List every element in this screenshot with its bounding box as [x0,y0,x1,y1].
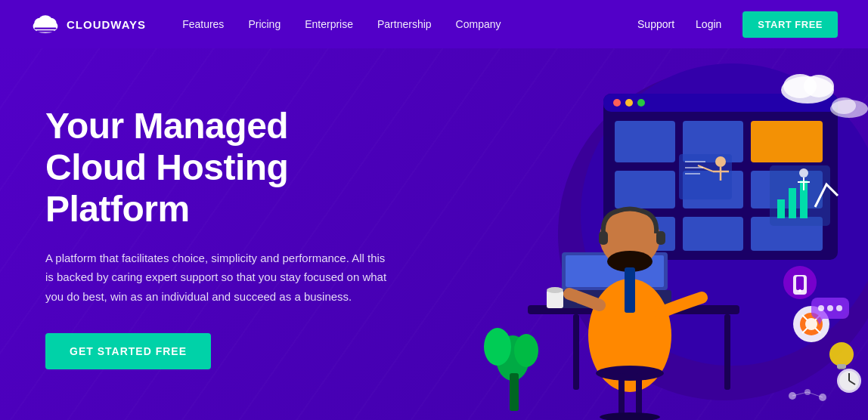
logo-text: CLOUDWAYS [67,18,146,31]
svg-rect-57 [789,188,796,218]
navbar: CLOUDWAYS Features Pricing Enterprise Pa… [0,0,868,48]
svg-point-3 [39,15,52,26]
svg-rect-34 [599,231,608,245]
svg-rect-56 [777,199,785,218]
nav-company[interactable]: Company [456,18,501,30]
svg-point-11 [637,99,645,107]
svg-point-85 [827,305,833,311]
svg-rect-19 [683,217,743,251]
svg-point-9 [613,99,621,107]
hero-subtitle: A platform that facilitates choice, simp… [45,249,393,307]
hero-illustration [429,48,868,420]
nav-login[interactable]: Login [696,18,721,30]
hero-left: Your Managed Cloud Hosting Platform A pl… [0,48,423,420]
svg-rect-15 [615,171,675,208]
hero-right [423,48,868,420]
svg-rect-40 [636,373,642,418]
nav-partnership[interactable]: Partnership [377,18,432,30]
nav-right: Support Login START FREE [637,11,838,38]
svg-point-51 [798,289,801,292]
logo[interactable]: CLOUDWAYS [30,14,146,35]
svg-rect-37 [625,267,635,313]
svg-rect-47 [510,373,519,411]
nav-enterprise[interactable]: Enterprise [305,18,353,30]
nav-links: Features Pricing Enterprise Partnership … [182,18,637,30]
svg-point-23 [804,75,834,97]
hero-title: Your Managed Cloud Hosting Platform [45,105,393,230]
svg-rect-39 [618,373,625,418]
svg-rect-27 [573,314,579,390]
svg-rect-4 [34,28,56,29]
start-free-button[interactable]: START FREE [742,11,838,38]
get-started-button[interactable]: GET STARTED FREE [45,333,211,369]
svg-point-38 [596,366,664,381]
svg-point-84 [818,305,824,311]
svg-point-86 [836,305,842,311]
cloudways-logo-icon [30,14,60,35]
svg-rect-28 [724,314,730,390]
svg-point-45 [484,328,511,366]
svg-rect-12 [615,121,675,162]
svg-point-63 [715,156,726,167]
svg-point-10 [625,99,633,107]
svg-point-59 [799,168,808,178]
svg-rect-35 [656,231,665,245]
svg-rect-71 [837,364,846,369]
nav-pricing[interactable]: Pricing [248,18,281,30]
svg-point-70 [829,342,854,366]
hero-section: Your Managed Cloud Hosting Platform A pl… [0,48,868,420]
svg-point-41 [600,412,660,420]
svg-point-43 [547,287,563,293]
nav-support[interactable]: Support [637,18,674,30]
svg-point-46 [514,334,538,367]
svg-rect-5 [36,30,54,32]
svg-rect-50 [796,276,804,290]
svg-rect-14 [751,121,823,162]
svg-point-25 [832,97,856,114]
nav-features[interactable]: Features [182,18,224,30]
